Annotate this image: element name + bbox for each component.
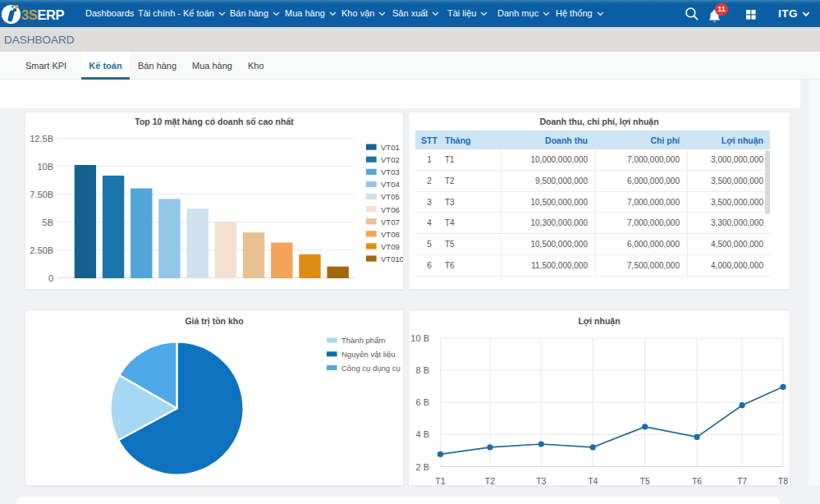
svg-text:T5: T5	[640, 476, 650, 486]
svg-text:VT02: VT02	[381, 155, 400, 164]
svg-text:VT05: VT05	[381, 192, 400, 201]
svg-text:T4: T4	[588, 476, 598, 486]
svg-text:4 B: 4 B	[415, 429, 429, 439]
svg-text:8 B: 8 B	[415, 365, 429, 375]
svg-text:10B: 10B	[37, 162, 53, 172]
svg-text:VT06: VT06	[381, 205, 400, 214]
svg-text:VT01: VT01	[381, 143, 400, 152]
svg-text:T3: T3	[536, 476, 546, 486]
svg-text:2.50B: 2.50B	[30, 245, 53, 255]
svg-text:Công cụ dụng cụ: Công cụ dụng cụ	[341, 364, 401, 373]
svg-text:7.50B: 7.50B	[30, 190, 53, 199]
svg-text:3SERP: 3SERP	[21, 7, 65, 22]
svg-text:6 B: 6 B	[415, 397, 429, 407]
svg-text:VT08: VT08	[381, 230, 400, 239]
svg-text:VT09: VT09	[381, 242, 400, 251]
svg-text:Nguyên vật liệu: Nguyên vật liệu	[341, 350, 395, 359]
svg-text:VT07: VT07	[381, 218, 400, 227]
svg-text:T6: T6	[692, 476, 702, 486]
svg-text:T2: T2	[485, 476, 495, 486]
svg-text:T7: T7	[737, 476, 747, 486]
svg-text:10 B: 10 B	[410, 333, 429, 343]
svg-text:Thành phẩm: Thành phẩm	[341, 336, 385, 345]
svg-text:5B: 5B	[43, 218, 53, 227]
svg-text:VT010: VT010	[381, 254, 403, 263]
svg-text:VT03: VT03	[381, 167, 400, 176]
svg-text:12.5B: 12.5B	[30, 134, 53, 144]
svg-text:T8: T8	[778, 476, 788, 486]
svg-text:0: 0	[48, 273, 53, 283]
svg-text:T1: T1	[435, 476, 445, 486]
svg-text:VT04: VT04	[381, 180, 400, 189]
svg-text:2 B: 2 B	[415, 462, 429, 472]
